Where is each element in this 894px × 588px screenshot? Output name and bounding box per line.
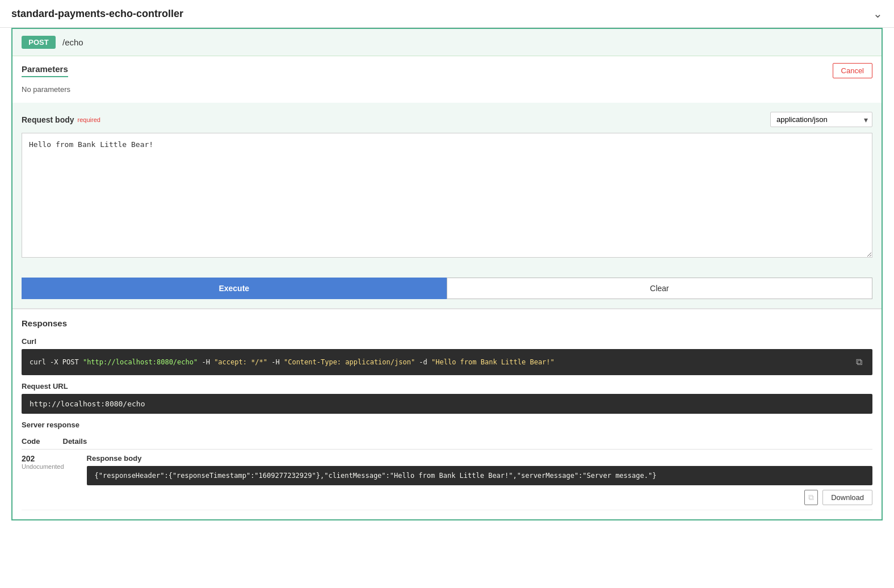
- parameters-section: Parameters Cancel No parameters: [12, 56, 882, 103]
- response-code: 202: [22, 454, 64, 463]
- response-row: 202 Undocumented Response body {"respons…: [22, 450, 872, 510]
- content-type-wrapper: application/json text/plain application/…: [770, 112, 872, 127]
- curl-flags: -H "accept: */*" -H "Content-Type: appli…: [198, 358, 555, 366]
- action-buttons: Execute Clear: [12, 268, 882, 308]
- curl-url: "http://localhost:8080/echo": [83, 358, 198, 366]
- response-body-block: {"responseHeader":{"responseTimestamp":"…: [87, 466, 872, 485]
- response-undocumented: Undocumented: [22, 463, 64, 470]
- execute-button[interactable]: Execute: [22, 278, 447, 299]
- response-body-actions: ⧉ Download: [87, 490, 872, 505]
- request-body-label: Request body required: [22, 115, 100, 124]
- request-url-block: http://localhost:8080/echo: [22, 394, 872, 414]
- server-response-section: Server response Code Details 202 Undocum…: [22, 421, 872, 510]
- server-response-label: Server response: [22, 421, 872, 429]
- response-body-label: Response body: [87, 454, 872, 463]
- no-params-text: No parameters: [12, 78, 882, 103]
- responses-section: Responses Curl curl -X POST "http://loca…: [12, 308, 882, 519]
- cancel-button[interactable]: Cancel: [833, 63, 872, 78]
- main-panel: POST /echo Parameters Cancel No paramete…: [11, 28, 883, 520]
- curl-label: Curl: [22, 337, 872, 346]
- content-type-select[interactable]: application/json text/plain application/…: [770, 112, 872, 127]
- params-title: Parameters: [22, 64, 68, 77]
- request-body-header: Request body required application/json t…: [22, 112, 872, 127]
- col-code: Code: [22, 437, 40, 446]
- controller-header: standard-payments-echo-controller ⌄: [0, 0, 894, 28]
- curl-copy-button[interactable]: ⧉: [854, 355, 864, 369]
- response-details: Response body {"responseHeader":{"respon…: [87, 454, 872, 505]
- response-body-text: {"responseHeader":{"responseTimestamp":"…: [95, 472, 657, 480]
- request-url-label: Request URL: [22, 382, 872, 390]
- page-wrapper: standard-payments-echo-controller ⌄ POST…: [0, 0, 894, 588]
- endpoint-path: /echo: [62, 37, 83, 47]
- endpoint-row: POST /echo: [12, 29, 882, 56]
- response-code-cell: 202 Undocumented: [22, 454, 64, 470]
- curl-code-block: curl -X POST "http://localhost:8080/echo…: [22, 349, 872, 375]
- response-copy-button[interactable]: ⧉: [804, 490, 818, 505]
- params-header: Parameters Cancel: [12, 56, 882, 78]
- required-badge: required: [78, 116, 100, 123]
- curl-command: curl -X POST "http://localhost:8080/echo…: [30, 358, 854, 366]
- method-badge: POST: [22, 36, 56, 49]
- request-url-section: Request URL http://localhost:8080/echo: [22, 382, 872, 414]
- col-details: Details: [63, 437, 87, 446]
- download-button[interactable]: Download: [822, 490, 872, 505]
- response-table-header: Code Details: [22, 434, 872, 450]
- curl-section: Curl curl -X POST "http://localhost:8080…: [22, 337, 872, 375]
- request-body-textarea[interactable]: Hello from Bank Little Bear!: [22, 133, 872, 258]
- curl-prefix: curl -X POST: [30, 358, 83, 366]
- clear-button[interactable]: Clear: [447, 278, 873, 299]
- controller-title: standard-payments-echo-controller: [11, 8, 183, 20]
- collapse-icon[interactable]: ⌄: [873, 7, 883, 20]
- responses-title: Responses: [22, 318, 872, 328]
- request-body-section: Request body required application/json t…: [12, 103, 882, 268]
